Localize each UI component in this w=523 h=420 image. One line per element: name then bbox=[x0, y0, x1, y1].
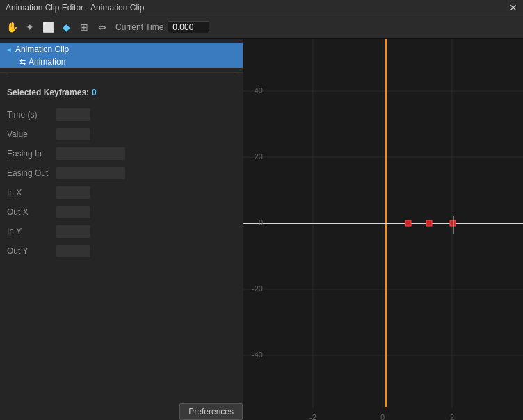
out-x-input[interactable] bbox=[56, 206, 90, 218]
x-label-2: 2 bbox=[450, 413, 454, 420]
x-label-0: 0 bbox=[380, 413, 385, 420]
move2-icon[interactable]: ⊞ bbox=[77, 19, 92, 35]
keyframe-icon[interactable]: ◆ bbox=[58, 19, 74, 35]
out-y-label: Out Y bbox=[7, 246, 56, 256]
animation-icon: ⇆ bbox=[19, 58, 26, 67]
tree-arrow-icon: ◄ bbox=[6, 46, 13, 54]
y-label-0: 0 bbox=[259, 218, 263, 227]
keyframe-1 bbox=[405, 220, 411, 226]
out-x-label: Out X bbox=[7, 207, 56, 217]
tree-item-animation-label: Animation bbox=[29, 57, 65, 67]
keyframe-2 bbox=[426, 220, 432, 226]
window-title: Animation Clip Editor - Animation Clip bbox=[6, 3, 144, 13]
out-x-prop-row: Out X bbox=[7, 206, 236, 218]
in-y-prop-row: In Y bbox=[7, 225, 236, 238]
in-x-label: In X bbox=[7, 188, 56, 197]
title-bar: Animation Clip Editor - Animation Clip ✕ bbox=[0, 0, 523, 15]
in-y-label: In Y bbox=[7, 227, 56, 236]
in-x-input[interactable] bbox=[56, 186, 90, 199]
preferences-button[interactable]: Preferences bbox=[179, 403, 243, 420]
value-prop-row: Value bbox=[7, 128, 236, 140]
tree-area: ◄ Animation Clip ⇆ Animation bbox=[0, 39, 243, 73]
out-y-input[interactable] bbox=[56, 245, 90, 257]
easing-in-prop-row: Easing In bbox=[7, 147, 236, 160]
y-label-minus40: -40 bbox=[252, 350, 263, 359]
graph-panel[interactable]: 40 20 0 -20 -40 -2 0 2 bbox=[243, 39, 523, 420]
extend-icon[interactable]: ⇔ bbox=[95, 19, 110, 35]
in-x-prop-row: In X bbox=[7, 186, 236, 199]
main-area: ◄ Animation Clip ⇆ Animation Selected Ke… bbox=[0, 39, 523, 420]
time-label: Time (s) bbox=[7, 110, 56, 120]
easing-out-label: Easing Out bbox=[7, 168, 56, 178]
graph-svg: 40 20 0 -20 -40 -2 0 2 bbox=[243, 39, 523, 420]
y-label-20: 20 bbox=[255, 152, 263, 161]
out-y-prop-row: Out Y bbox=[7, 245, 236, 257]
current-time-group: Current Time bbox=[115, 21, 209, 33]
easing-out-prop-row: Easing Out bbox=[7, 167, 236, 179]
keyframe-3 bbox=[450, 220, 456, 226]
fit-icon[interactable]: ⬜ bbox=[40, 19, 56, 35]
properties-area: Selected Keyframes: 0 Time (s) Value Eas… bbox=[0, 79, 243, 420]
easing-in-label: Easing In bbox=[7, 149, 56, 159]
current-time-label: Current Time bbox=[115, 22, 163, 32]
easing-out-input[interactable] bbox=[56, 167, 125, 179]
x-label-minus2: -2 bbox=[309, 413, 316, 420]
close-button[interactable]: ✕ bbox=[509, 2, 517, 13]
toolbar: ✋ ✦ ⬜ ◆ ⊞ ⇔ Current Time bbox=[0, 15, 523, 39]
current-time-input[interactable] bbox=[168, 21, 209, 33]
move-icon[interactable]: ✦ bbox=[22, 19, 38, 35]
y-label-minus20: -20 bbox=[252, 284, 263, 293]
time-prop-row: Time (s) bbox=[7, 108, 236, 121]
selected-keyframes-row: Selected Keyframes: 0 bbox=[7, 88, 236, 97]
tree-item-animation[interactable]: ⇆ Animation bbox=[0, 56, 243, 68]
value-label: Value bbox=[7, 129, 56, 139]
time-input[interactable] bbox=[56, 108, 90, 121]
in-y-input[interactable] bbox=[56, 225, 90, 238]
tree-item-label: Animation Clip bbox=[15, 45, 69, 54]
easing-in-input[interactable] bbox=[56, 147, 125, 160]
selected-keyframes-count: 0 bbox=[92, 88, 97, 97]
selected-keyframes-label: Selected Keyframes: bbox=[7, 88, 89, 97]
left-panel: ◄ Animation Clip ⇆ Animation Selected Ke… bbox=[0, 39, 243, 420]
hand-icon[interactable]: ✋ bbox=[4, 19, 19, 35]
tree-item-animation-clip[interactable]: ◄ Animation Clip bbox=[0, 43, 243, 56]
value-input[interactable] bbox=[56, 128, 90, 140]
y-label-40: 40 bbox=[255, 86, 263, 95]
